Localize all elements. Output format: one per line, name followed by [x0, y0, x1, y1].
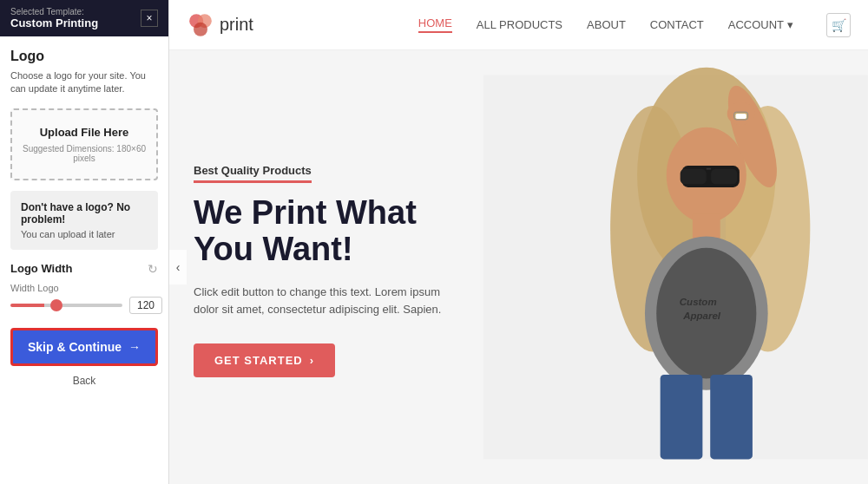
hero-description: Click edit button to change this text. L… — [194, 284, 463, 320]
upload-title: Upload File Here — [21, 126, 148, 139]
nav-contact[interactable]: CONTACT — [650, 18, 704, 31]
logo-text: print — [220, 15, 253, 35]
svg-text:Custom: Custom — [680, 297, 717, 307]
site-nav: print HOME ALL PRODUCTS ABOUT CONTACT AC… — [169, 0, 868, 50]
chevron-down-icon: ▾ — [787, 18, 793, 31]
svg-rect-69 — [710, 375, 753, 459]
cta-arrow: › — [310, 354, 314, 367]
svg-text:Apparel: Apparel — [682, 311, 721, 321]
hero-image: 〜〜 — [483, 50, 868, 484]
cta-label: GET STARTED — [214, 354, 303, 367]
hero-title-line2: You Want! — [194, 231, 353, 267]
logo-section-title: Logo — [10, 49, 158, 64]
logo-description: Choose a logo for your site. You can upd… — [10, 69, 158, 96]
nav-account[interactable]: ACCOUNT ▾ — [728, 18, 793, 31]
logo-width-value[interactable]: 120 — [129, 297, 162, 314]
skip-arrow: → — [128, 340, 141, 354]
svg-point-2 — [194, 22, 207, 36]
hero-title-line1: We Print What — [194, 194, 417, 231]
slider-row: 120 — [10, 297, 158, 314]
upload-subtitle: Suggested Dimensions: 180×60 pixels — [21, 144, 148, 163]
no-logo-title: Don't have a logo? No problem! — [21, 201, 148, 226]
hero-badge: Best Quality Products — [194, 164, 312, 183]
panel-body: Logo Choose a logo for your site. You ca… — [0, 36, 168, 484]
no-logo-box: Don't have a logo? No problem! You can u… — [10, 191, 158, 250]
logo-width-label: Logo Width — [10, 262, 72, 275]
nav-about[interactable]: ABOUT — [587, 18, 626, 31]
hero-title: We Print What You Want! — [194, 195, 463, 268]
panel-header: Selected Template: Custom Printing × — [0, 0, 168, 36]
back-link[interactable]: Back — [10, 375, 158, 387]
close-button[interactable]: × — [141, 10, 158, 27]
logo-width-row: Logo Width ↻ — [10, 262, 158, 276]
logo-width-slider[interactable] — [10, 304, 122, 307]
upload-box[interactable]: Upload File Here Suggested Dimensions: 1… — [10, 108, 158, 180]
svg-rect-71 — [736, 114, 746, 119]
svg-rect-60 — [711, 169, 737, 185]
width-logo-label: Width Logo — [10, 283, 158, 293]
site-logo: print — [187, 11, 253, 39]
woman-illustration: Custom Apparel — [483, 50, 868, 484]
refresh-icon[interactable]: ↻ — [148, 262, 158, 276]
nav-links: HOME ALL PRODUCTS ABOUT CONTACT ACCOUNT … — [418, 13, 851, 37]
skip-label: Skip & Continue — [28, 340, 122, 354]
svg-rect-59 — [681, 169, 707, 185]
no-logo-desc: You can upload it later — [21, 229, 148, 239]
nav-home[interactable]: HOME — [418, 16, 452, 33]
nav-all-products[interactable]: ALL PRODUCTS — [477, 18, 562, 31]
template-name: Custom Printing — [10, 16, 98, 29]
carousel-prev-arrow[interactable]: ‹ — [169, 250, 187, 285]
left-panel: Selected Template: Custom Printing × Log… — [0, 0, 169, 484]
svg-rect-68 — [661, 375, 703, 459]
hero-content: ‹ Best Quality Products We Print What Yo… — [169, 50, 483, 484]
selected-label: Selected Template: — [10, 7, 98, 16]
skip-continue-button[interactable]: Skip & Continue → — [10, 328, 158, 366]
logo-icon — [187, 11, 214, 39]
hero-section: ‹ Best Quality Products We Print What Yo… — [169, 50, 868, 484]
preview-area: print HOME ALL PRODUCTS ABOUT CONTACT AC… — [169, 0, 868, 484]
get-started-button[interactable]: GET STARTED › — [194, 343, 335, 377]
cart-icon[interactable]: 🛒 — [826, 13, 851, 37]
